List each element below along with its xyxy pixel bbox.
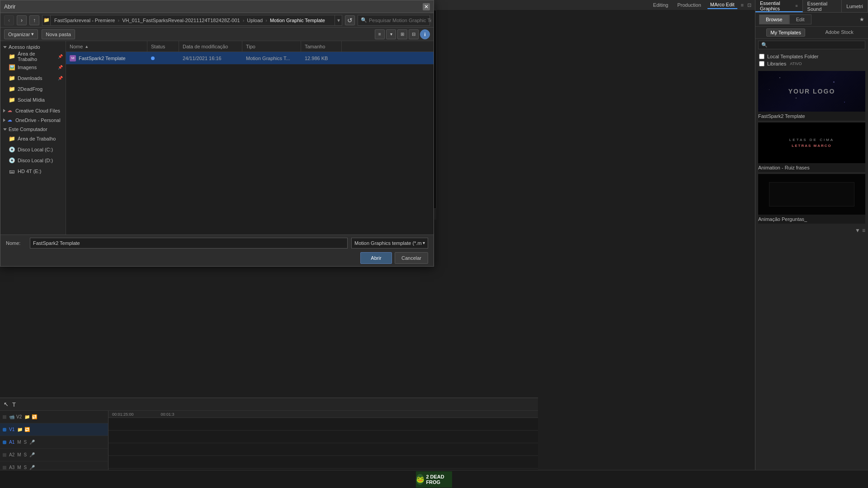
panel-menu-icon[interactable]: ≡ bbox=[795, 4, 797, 8]
crumb-3[interactable]: Upload bbox=[247, 18, 263, 23]
fastspark2-name: FastSpark2 Template bbox=[758, 112, 865, 121]
workspace-expand-icon[interactable]: ≡ bbox=[741, 2, 744, 8]
organize-button[interactable]: Organizar ▾ bbox=[4, 29, 38, 39]
acesso-rapido-label: Acesso rápido bbox=[9, 44, 40, 50]
view-list-button[interactable]: ≡ bbox=[375, 29, 385, 39]
tamanho-col-label: Tamanho bbox=[305, 44, 325, 49]
refresh-button[interactable]: ↺ bbox=[345, 15, 355, 25]
sidebar-item-social-midia[interactable]: 📁 Social Mídia bbox=[0, 94, 66, 105]
file-name-cell: M FastSpark2 Template bbox=[66, 52, 147, 64]
eg-options: Local Templates Folder Libraries ATIVO bbox=[755, 51, 868, 69]
taskbar-app-name: 2 DEAD FROG bbox=[426, 474, 452, 485]
data-col-label: Data de modificação bbox=[183, 44, 228, 49]
sidebar-group-onedrive[interactable]: ☁ OneDrive - Personal bbox=[0, 116, 66, 124]
file-item-fastspark2[interactable]: M FastSpark2 Template 24/11/2021 16:16 M… bbox=[66, 52, 434, 65]
col-header-nome[interactable]: Nome ▲ bbox=[66, 41, 147, 52]
col-header-data[interactable]: Data de modificação bbox=[179, 41, 242, 52]
local-templates-checkbox[interactable] bbox=[759, 54, 764, 59]
edit-label: Edit bbox=[796, 17, 805, 22]
crumb-2[interactable]: VH_011_FastSparksReveal-20211124T182428Z… bbox=[122, 18, 240, 23]
workspace-window-icon[interactable]: ⊡ bbox=[747, 2, 751, 8]
eg-subtabs: My Templates Adobe Stock bbox=[755, 27, 868, 39]
timeline-tool-select[interactable]: ↖ bbox=[4, 401, 9, 408]
acesso-rapido-expand-icon bbox=[3, 46, 7, 48]
area-trabalho-icon: 📁 bbox=[9, 53, 15, 60]
breadcrumb-bar: FastSparkreveal - Premiere › VH_011_Fast… bbox=[50, 15, 335, 26]
este-computador-expand-icon bbox=[3, 128, 7, 131]
type-dropdown[interactable]: Motion Graphics template (*.m ▾ bbox=[351, 238, 428, 249]
star-icon[interactable]: ★ bbox=[859, 16, 864, 23]
sidebar-item-hd-4t[interactable]: 🖴 HD 4T (E:) bbox=[0, 166, 66, 177]
view-medium-button[interactable]: ⊞ bbox=[397, 29, 407, 39]
col-header-tamanho[interactable]: Tamanho bbox=[301, 41, 342, 52]
sidebar-group-cc-files[interactable]: ☁ Creative Cloud Files bbox=[0, 106, 66, 115]
este-computador-label: Este Computador bbox=[9, 127, 47, 132]
tab-edit[interactable]: Edit bbox=[789, 14, 811, 24]
template-list: YOUR LOGO FastSpark2 Template LETAS DE C… bbox=[755, 69, 868, 476]
sidebar-item-area-trabalho-local[interactable]: 📁 Área de Trabalho bbox=[0, 133, 66, 144]
dialog-toolbar: Organizar ▾ Nova pasta ≡ ▾ ⊞ ⊟ i bbox=[0, 28, 434, 41]
timeline-toolbar: ↖ T bbox=[0, 398, 538, 411]
eg-header-actions: ★ bbox=[859, 16, 864, 23]
col-header-status[interactable]: Status bbox=[147, 41, 179, 52]
workspace-marco-edit[interactable]: MArco Edit bbox=[708, 1, 737, 9]
workspace-editing[interactable]: Editing bbox=[651, 1, 671, 9]
view-dropdown-button[interactable]: ▾ bbox=[386, 29, 396, 39]
option-libraries[interactable]: Libraries ATIVO bbox=[759, 61, 864, 66]
sidebar-section-acesso-rapido: Acesso rápido 📁 Área de Trabalho 📌 🖼️ Im… bbox=[0, 43, 66, 105]
nova-pasta-button[interactable]: Nova pasta bbox=[42, 29, 75, 39]
nome-sort-icon: ▲ bbox=[85, 44, 89, 49]
cancel-button[interactable]: Cancelar bbox=[395, 252, 428, 264]
nome-input[interactable] bbox=[30, 238, 348, 249]
breadcrumb-dropdown[interactable]: ▾ bbox=[335, 15, 342, 26]
taskbar-app-logo[interactable]: 🐸 2 DEAD FROG bbox=[416, 471, 452, 488]
dialog-close-button[interactable]: ✕ bbox=[423, 3, 430, 10]
nav-up-button[interactable]: ↑ bbox=[29, 15, 39, 25]
subtab-adobe-stock[interactable]: Adobe Stock bbox=[821, 28, 857, 37]
col-header-tipo[interactable]: Tipo bbox=[242, 41, 301, 52]
eg-search-input[interactable] bbox=[769, 42, 862, 48]
nav-back-button[interactable]: ‹ bbox=[4, 15, 14, 25]
sidebar-item-disco-d[interactable]: 💿 Disco Local (D:) bbox=[0, 155, 66, 166]
option-local-templates[interactable]: Local Templates Folder bbox=[759, 54, 864, 59]
sidebar-item-imagens[interactable]: 🖼️ Imagens 📌 bbox=[0, 62, 66, 73]
workspace-bar: Editing Production MArco Edit ≡ ⊡ bbox=[434, 0, 755, 10]
track-a2-label: A2 M S 🎤 bbox=[0, 449, 108, 461]
tab-essential-sound[interactable]: Essential Sound bbox=[803, 0, 842, 12]
file-name-text: FastSpark2 Template bbox=[79, 56, 126, 61]
sidebar-item-disco-c[interactable]: 💿 Disco Local (C:) bbox=[0, 144, 66, 155]
browse-label: Browse bbox=[766, 17, 783, 22]
search-icon: 🔍 bbox=[761, 42, 768, 48]
template-fastspark2[interactable]: YOUR LOGO FastSpark2 Template bbox=[758, 71, 865, 121]
area-trab-local-icon: 📁 bbox=[9, 136, 15, 142]
sidebar-section-este-computador: Este Computador 📁 Área de Trabalho 💿 Dis… bbox=[0, 125, 66, 177]
crumb-4[interactable]: Motion Graphic Template bbox=[270, 18, 325, 23]
area-trab-local-label: Área de Trabalho bbox=[18, 136, 56, 141]
workspace-production[interactable]: Production bbox=[675, 1, 704, 9]
sidebar-group-acesso-rapido[interactable]: Acesso rápido bbox=[0, 43, 66, 51]
crumb-1[interactable]: FastSparkreveal - Premiere bbox=[54, 18, 115, 23]
frog-icon: 🐸 bbox=[416, 474, 424, 485]
tab-essential-graphics[interactable]: Essential Graphics ≡ bbox=[755, 0, 803, 12]
track-a1-content bbox=[108, 443, 538, 456]
tab-lumetri[interactable]: Lumetri bbox=[842, 0, 868, 12]
open-button[interactable]: Abrir bbox=[360, 252, 392, 264]
template-ruiz-frases[interactable]: LETAS DE CIMA LETRAS MARCO Animation - R… bbox=[758, 122, 865, 172]
tab-browse[interactable]: Browse bbox=[759, 14, 789, 24]
sidebar-item-2deadfrog[interactable]: 📁 2DeadFrog bbox=[0, 84, 66, 94]
nav-forward-button[interactable]: › bbox=[17, 15, 27, 25]
subtab-my-templates[interactable]: My Templates bbox=[766, 28, 805, 37]
info-button[interactable]: i bbox=[420, 29, 430, 39]
sidebar-group-este-computador[interactable]: Este Computador bbox=[0, 125, 66, 133]
sidebar-item-downloads[interactable]: 📁 Downloads 📌 bbox=[0, 73, 66, 84]
timeline-tool-text[interactable]: T bbox=[12, 401, 16, 408]
eg-header: Browse Edit ★ bbox=[755, 13, 868, 27]
scroll-down-icon[interactable]: ▼ bbox=[855, 227, 860, 234]
libraries-checkbox[interactable] bbox=[759, 61, 764, 66]
view-large-button[interactable]: ⊟ bbox=[409, 29, 419, 39]
search-input[interactable] bbox=[369, 18, 431, 23]
sidebar-item-area-trabalho[interactable]: 📁 Área de Trabalho 📌 bbox=[0, 51, 66, 62]
panel-tabs: Essential Graphics ≡ Essential Sound Lum… bbox=[755, 0, 868, 13]
scroll-settings-icon[interactable]: ≡ bbox=[862, 227, 865, 234]
template-perguntas[interactable]: Animação Perguntas_ bbox=[758, 174, 865, 224]
